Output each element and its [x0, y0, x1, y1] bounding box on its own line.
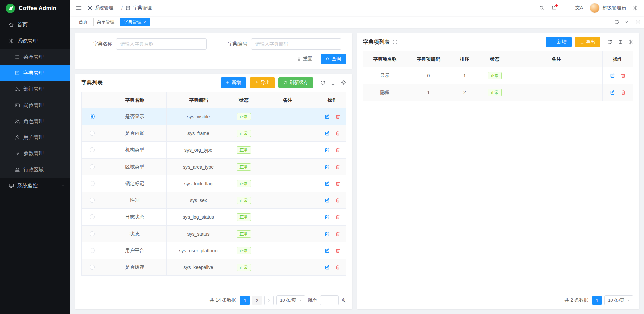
page-button-1[interactable]: 1 — [592, 296, 602, 305]
page-button-2[interactable]: 2 — [252, 296, 262, 305]
edit-icon[interactable] — [324, 265, 330, 270]
settings-gear-icon[interactable] — [633, 5, 638, 11]
edit-icon[interactable] — [610, 90, 615, 95]
column-settings-icon[interactable] — [330, 80, 336, 85]
table-row[interactable]: 隐藏 1 2 正常 — [363, 84, 633, 101]
row-radio[interactable] — [90, 248, 95, 253]
delete-icon[interactable] — [335, 164, 340, 170]
table-row[interactable]: 状态 sys_status 正常 — [82, 226, 346, 242]
edit-icon[interactable] — [324, 147, 330, 153]
row-radio[interactable] — [90, 265, 95, 270]
translate-icon[interactable]: 文A — [575, 5, 583, 11]
delete-icon[interactable] — [335, 248, 340, 253]
app-logo[interactable]: Coffee Admin — [0, 0, 70, 17]
edit-icon[interactable] — [324, 181, 330, 186]
sidebar-item-menu-mgmt[interactable]: 菜单管理 — [0, 49, 70, 65]
export-items-button[interactable]: 导出 — [575, 37, 600, 47]
add-item-button[interactable]: 新增 — [546, 37, 572, 47]
delete-icon[interactable] — [335, 198, 340, 203]
query-button[interactable]: 查询 — [321, 54, 346, 64]
sidebar-item-param-mgmt[interactable]: 参数管理 — [0, 145, 70, 162]
user-menu[interactable]: 超级管理员 — [590, 3, 626, 13]
edit-icon[interactable] — [324, 248, 330, 253]
tab-home[interactable]: 首页 — [75, 18, 91, 26]
refresh-icon[interactable] — [614, 19, 620, 25]
dict-name-input[interactable] — [116, 38, 207, 50]
delete-icon[interactable] — [335, 214, 340, 220]
cell-code: sys_user_platform — [167, 242, 230, 259]
sidebar-item-user-mgmt[interactable]: 用户管理 — [0, 129, 70, 145]
breadcrumb-system[interactable]: 系统管理 — [87, 5, 119, 11]
edit-icon[interactable] — [324, 198, 330, 203]
search-icon[interactable] — [539, 5, 544, 11]
table-row[interactable]: 是否缓存 sys_keepalive 正常 — [82, 259, 346, 276]
page-button-1[interactable]: 1 — [240, 296, 250, 305]
edit-icon[interactable] — [610, 73, 615, 78]
delete-icon[interactable] — [335, 181, 340, 186]
row-radio[interactable] — [90, 147, 95, 152]
row-radio[interactable] — [90, 214, 95, 219]
edit-icon[interactable] — [324, 131, 330, 136]
dict-code-input[interactable] — [251, 38, 341, 50]
edit-icon[interactable] — [324, 164, 330, 170]
delete-icon[interactable] — [335, 231, 340, 237]
chevron-down-icon[interactable] — [624, 20, 628, 24]
sidebar-group-monitor[interactable]: 系统监控 — [0, 178, 70, 194]
total-count: 共 2 条数据 — [565, 297, 589, 303]
gear-icon[interactable] — [628, 39, 633, 45]
fullscreen-icon[interactable] — [563, 5, 569, 11]
tab-menu-mgmt[interactable]: 菜单管理 — [93, 18, 118, 26]
refresh-cache-button[interactable]: 刷新缓存 — [278, 77, 313, 88]
sidebar-item-dict-mgmt[interactable]: 字典管理 — [0, 65, 70, 81]
row-radio[interactable] — [90, 164, 95, 169]
export-button[interactable]: 导出 — [250, 77, 275, 88]
table-row[interactable]: 显示 0 1 正常 — [363, 67, 633, 84]
table-row[interactable]: 日志状态 sys_log_status 正常 — [82, 209, 346, 226]
delete-icon[interactable] — [621, 73, 626, 78]
edit-icon[interactable] — [324, 231, 330, 237]
row-radio[interactable] — [90, 114, 95, 119]
delete-icon[interactable] — [621, 90, 626, 95]
table-row[interactable]: 锁定标记 sys_lock_flag 正常 — [82, 175, 346, 192]
table-row[interactable]: 性别 sys_sex 正常 — [82, 192, 346, 209]
row-radio[interactable] — [90, 131, 95, 136]
reset-button[interactable]: 重置 — [292, 54, 317, 64]
sidebar-group-label: 系统管理 — [17, 38, 38, 44]
close-icon[interactable]: × — [143, 20, 146, 24]
sidebar-item-home[interactable]: 首页 — [0, 17, 70, 33]
cell-name: 隐藏 — [363, 84, 407, 101]
layout-frame-icon[interactable] — [632, 16, 644, 28]
delete-icon[interactable] — [335, 114, 340, 119]
sidebar-item-dept-mgmt[interactable]: 部门管理 — [0, 81, 70, 97]
row-radio[interactable] — [90, 181, 95, 186]
table-row[interactable]: 是否内嵌 sys_frame 正常 — [82, 125, 346, 142]
column-settings-icon[interactable] — [618, 39, 623, 45]
add-button[interactable]: 新增 — [221, 77, 246, 88]
collapse-menu-icon[interactable] — [76, 5, 82, 11]
delete-icon[interactable] — [335, 131, 340, 136]
delete-icon[interactable] — [335, 147, 340, 153]
breadcrumb-dict[interactable]: 字典管理 — [125, 5, 152, 11]
page-size-select[interactable]: 10 条/页 — [604, 295, 633, 305]
table-row[interactable]: 用户平台 sys_user_platform 正常 — [82, 242, 346, 259]
row-radio[interactable] — [90, 198, 95, 203]
sidebar-item-region-mgmt[interactable]: 行政区域 — [0, 162, 70, 178]
tab-dict-mgmt[interactable]: 字典管理 × — [120, 18, 150, 26]
refresh-icon[interactable] — [320, 80, 325, 85]
sidebar-item-role-mgmt[interactable]: 角色管理 — [0, 113, 70, 129]
row-radio[interactable] — [90, 231, 95, 236]
edit-icon[interactable] — [324, 114, 330, 119]
table-row[interactable]: 机构类型 sys_org_type 正常 — [82, 142, 346, 159]
delete-icon[interactable] — [335, 265, 340, 270]
edit-icon[interactable] — [324, 214, 330, 220]
next-page-button[interactable] — [264, 296, 274, 305]
sidebar-item-post-mgmt[interactable]: 岗位管理 — [0, 97, 70, 113]
refresh-icon[interactable] — [607, 39, 612, 45]
table-row[interactable]: 区域类型 sys_area_type 正常 — [82, 159, 346, 175]
jump-page-input[interactable] — [320, 295, 339, 305]
notifications-bell-icon[interactable] — [551, 5, 556, 11]
sidebar-group-system[interactable]: 系统管理 — [0, 33, 70, 49]
gear-icon[interactable] — [341, 80, 346, 85]
table-row[interactable]: 是否显示 sys_visible 正常 — [82, 108, 346, 125]
page-size-select[interactable]: 10 条/页 — [276, 295, 305, 305]
